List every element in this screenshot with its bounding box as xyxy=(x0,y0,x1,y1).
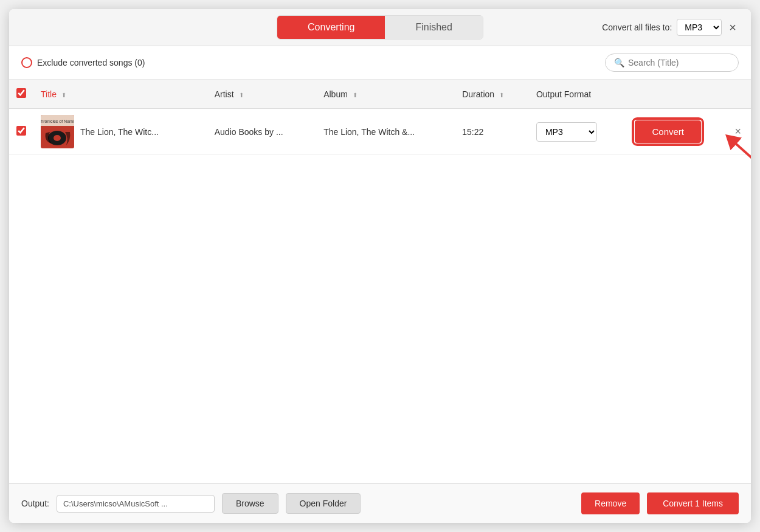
row-album: The Lion, The Witch &... xyxy=(323,127,415,137)
select-all-checkbox[interactable] xyxy=(16,88,26,98)
tab-finished[interactable]: Finished xyxy=(385,16,482,39)
row-format-cell: MP3 AAC FLAC xyxy=(529,109,628,155)
convert-all-label: Convert all files to: xyxy=(602,22,672,32)
svg-point-4 xyxy=(54,135,61,141)
artist-sort-icon: ⬆ xyxy=(239,92,244,98)
arrow-annotation xyxy=(713,127,751,188)
th-duration[interactable]: Duration ⬆ xyxy=(455,80,529,109)
remove-button[interactable]: Remove xyxy=(581,492,640,514)
convert-btn-wrapper: Convert xyxy=(635,120,701,143)
header-right: Convert all files to: MP3 AAC FLAC WAV × xyxy=(602,19,739,36)
title-cell: Chronicles of Narnia The Lion, The Witc.… xyxy=(41,115,200,148)
search-input[interactable] xyxy=(628,58,730,67)
svg-text:Chronicles of Narnia: Chronicles of Narnia xyxy=(41,119,74,123)
row-duration-cell: 15:22 xyxy=(455,109,529,155)
format-select[interactable]: MP3 AAC FLAC WAV xyxy=(677,19,722,36)
window-close-button[interactable]: × xyxy=(727,21,739,35)
row-duration: 15:22 xyxy=(462,127,483,137)
row-album-cell: The Lion, The Witch &... xyxy=(316,109,455,155)
title-sort-icon: ⬆ xyxy=(61,92,66,98)
search-icon: 🔍 xyxy=(614,58,624,67)
exclude-radio[interactable] xyxy=(21,57,32,68)
album-thumbnail: Chronicles of Narnia xyxy=(41,115,74,148)
output-path: C:\Users\micso\AMusicSoft ... xyxy=(57,495,215,513)
tracks-table: Title ⬆ Artist ⬆ Album ⬆ Duration ⬆ xyxy=(9,80,751,155)
row-title-cell: Chronicles of Narnia The Lion, The Witc.… xyxy=(33,109,207,155)
row-artist: Audio Books by ... xyxy=(215,127,283,137)
th-title[interactable]: Title ⬆ xyxy=(33,80,207,109)
th-title-label: Title xyxy=(41,89,57,99)
exclude-group: Exclude converted songs (0) xyxy=(21,57,145,68)
header: Converting Finished Convert all files to… xyxy=(9,9,751,46)
main-window: Converting Finished Convert all files to… xyxy=(9,9,751,523)
toolbar: Exclude converted songs (0) 🔍 xyxy=(9,46,751,80)
table-header-row: Title ⬆ Artist ⬆ Album ⬆ Duration ⬆ xyxy=(9,80,751,109)
exclude-label: Exclude converted songs (0) xyxy=(37,58,145,67)
footer: Output: C:\Users\micso\AMusicSoft ... Br… xyxy=(9,483,751,523)
table-row: Chronicles of Narnia The Lion, The Witc.… xyxy=(9,109,751,155)
row-convert-cell: Convert xyxy=(627,109,725,155)
open-folder-button[interactable]: Open Folder xyxy=(286,493,361,514)
row-convert-button[interactable]: Convert xyxy=(635,120,701,143)
th-remove xyxy=(725,80,751,109)
convert-items-button[interactable]: Convert 1 Items xyxy=(647,492,739,514)
th-album[interactable]: Album ⬆ xyxy=(316,80,455,109)
row-artist-cell: Audio Books by ... xyxy=(207,109,316,155)
search-box: 🔍 xyxy=(605,54,739,72)
browse-button[interactable]: Browse xyxy=(222,493,278,514)
output-label: Output: xyxy=(21,499,49,508)
th-output-format: Output Format xyxy=(529,80,628,109)
duration-sort-icon: ⬆ xyxy=(499,92,504,98)
tab-group: Converting Finished xyxy=(277,15,483,40)
th-duration-label: Duration xyxy=(462,89,494,99)
tab-converting[interactable]: Converting xyxy=(277,16,385,39)
th-output-format-label: Output Format xyxy=(536,89,591,99)
row-title: The Lion, The Witc... xyxy=(80,127,159,137)
th-album-label: Album xyxy=(323,89,348,99)
row-checkbox[interactable] xyxy=(16,126,26,136)
th-actions xyxy=(627,80,725,109)
th-artist[interactable]: Artist ⬆ xyxy=(207,80,316,109)
album-sort-icon: ⬆ xyxy=(353,92,358,98)
row-format-select[interactable]: MP3 AAC FLAC xyxy=(536,122,597,142)
row-checkbox-cell xyxy=(9,109,33,155)
table-area: Title ⬆ Artist ⬆ Album ⬆ Duration ⬆ xyxy=(9,80,751,483)
th-checkbox xyxy=(9,80,33,109)
th-artist-label: Artist xyxy=(215,89,234,99)
